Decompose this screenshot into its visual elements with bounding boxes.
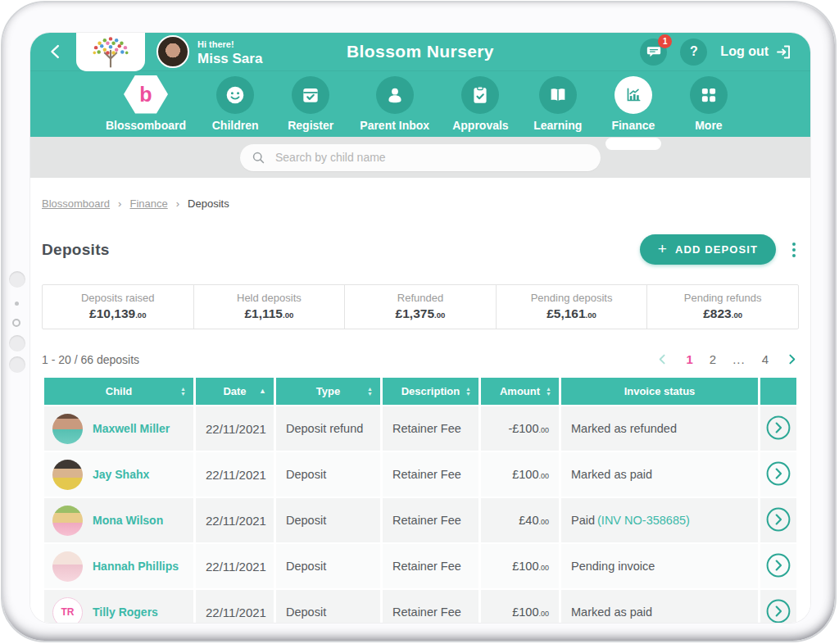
table-header-row: Child Date Type Description Amount Invoi…: [44, 378, 796, 405]
nav-item-children[interactable]: Children: [209, 76, 261, 132]
breadcrumb-current: Deposits: [188, 197, 229, 210]
deposit-description: Retainer Fee: [383, 544, 478, 588]
logout-label: Log out: [720, 44, 769, 59]
nav-item-register[interactable]: Register: [284, 76, 337, 132]
add-deposit-button[interactable]: + ADD DEPOSIT: [640, 234, 776, 265]
kebab-menu-icon[interactable]: [789, 239, 799, 261]
child-avatar: [52, 414, 83, 444]
nav-item-learning[interactable]: Learning: [532, 76, 584, 132]
exit-icon: [775, 43, 792, 61]
deposit-date: 22/11/2021: [196, 406, 274, 451]
tablet-camera-ring: [12, 319, 20, 327]
nav-label: Approvals: [452, 119, 508, 132]
table-row: Jay Shahx 22/11/2021 Deposit Retainer Fe…: [44, 452, 796, 497]
row-open-button[interactable]: [766, 507, 791, 532]
nav-label: More: [695, 119, 722, 132]
deposit-description: Retainer Fee: [383, 590, 478, 623]
chevron-right-circle-icon: [766, 553, 791, 578]
register-check-icon: [292, 76, 329, 114]
nav-label: Learning: [533, 119, 582, 132]
pagination-prev-button[interactable]: [655, 352, 669, 366]
row-open-button[interactable]: [766, 415, 791, 440]
search-strip: [30, 137, 810, 178]
child-avatar: [52, 506, 83, 536]
row-open-button[interactable]: [766, 553, 791, 578]
tablet-side-button: [9, 356, 25, 373]
deposit-date: 22/11/2021: [196, 452, 274, 497]
stat-deposits-raised: Deposits raised £10,139.00: [43, 285, 194, 329]
chevron-right-icon: [785, 352, 799, 366]
nursery-logo[interactable]: [76, 33, 145, 71]
column-header-description[interactable]: Description: [383, 378, 478, 405]
chevron-right-circle-icon: [766, 461, 791, 486]
nav-item-finance[interactable]: Finance: [607, 76, 660, 132]
pagination-page-2[interactable]: 2: [710, 352, 716, 366]
deposit-type: Deposit refund: [276, 406, 380, 451]
chevron-left-icon: [655, 352, 669, 366]
search-input[interactable]: [274, 150, 589, 165]
table-body: Maxwell Miller 22/11/2021 Deposit refund…: [44, 406, 796, 623]
tablet-frame: Hi there! Miss Sara Blossom Nursery 1 ? …: [1, 1, 837, 642]
open-book-icon: [539, 76, 577, 114]
breadcrumb-separator: ›: [176, 197, 179, 210]
page-title: Deposits: [42, 241, 110, 259]
main-nav: Blossomboard Children Register: [30, 71, 810, 137]
column-header-date[interactable]: Date: [196, 378, 274, 405]
table-row: Maxwell Miller 22/11/2021 Deposit refund…: [44, 406, 796, 451]
content-area: Blossomboard › Finance › Deposits Deposi…: [30, 197, 810, 623]
stat-held-deposits: Held deposits £1,115.00: [194, 285, 346, 329]
row-open-button[interactable]: [766, 599, 791, 624]
child-avatar: TR: [52, 597, 83, 624]
smiley-icon: [216, 76, 254, 114]
user-greeting-block: Hi there! Miss Sara: [197, 36, 262, 67]
pagination-row: 1 - 20 / 66 deposits 1 2 ... 4: [42, 352, 799, 366]
title-actions: + ADD DEPOSIT: [640, 234, 799, 265]
messages-button[interactable]: 1: [640, 39, 667, 66]
pagination-page-4[interactable]: 4: [762, 352, 769, 366]
child-name-link[interactable]: Maxwell Miller: [93, 422, 170, 435]
add-deposit-label: ADD DEPOSIT: [675, 243, 758, 256]
tablet-side-button: [9, 335, 25, 351]
nav-item-parent-inbox[interactable]: Parent Inbox: [360, 76, 429, 132]
breadcrumb-link-blossomboard[interactable]: Blossomboard: [42, 197, 110, 210]
question-mark-icon: ?: [690, 44, 698, 59]
deposit-amount: £100.00: [481, 590, 559, 623]
deposit-date: 22/11/2021: [196, 544, 274, 588]
row-open-button[interactable]: [766, 461, 791, 486]
child-name-link[interactable]: Hannah Phillips: [93, 560, 179, 573]
user-avatar[interactable]: [156, 35, 189, 68]
child-name-link[interactable]: Mona Wilson: [93, 514, 163, 527]
chevron-right-circle-icon: [766, 599, 791, 624]
deposit-type: Deposit: [276, 590, 380, 623]
child-avatar: [52, 460, 83, 490]
deposit-amount: £100.00: [481, 544, 559, 588]
invoice-link[interactable]: (INV NO-358685): [597, 514, 690, 527]
pagination: 1 2 ... 4: [655, 352, 799, 366]
blossom-tree-icon: [88, 34, 133, 70]
nav-item-approvals[interactable]: Approvals: [452, 76, 508, 132]
column-header-child[interactable]: Child: [44, 378, 193, 405]
logout-button[interactable]: Log out: [720, 43, 792, 61]
child-name-link[interactable]: Jay Shahx: [93, 468, 149, 481]
sort-icon: [546, 387, 551, 397]
magnifier-icon: [252, 151, 265, 165]
baby-icon: [376, 76, 414, 114]
plus-icon: +: [658, 241, 668, 256]
pagination-next-button[interactable]: [785, 352, 799, 366]
pagination-page-1[interactable]: 1: [686, 352, 692, 366]
help-button[interactable]: ?: [680, 39, 707, 66]
column-header-amount[interactable]: Amount: [481, 378, 559, 405]
grid-icon: [690, 76, 728, 114]
invoice-status-text: Marked as paid: [571, 468, 652, 481]
table-row: TR Tilly Rogers 22/11/2021 Deposit Retai…: [44, 590, 796, 623]
bar-chart-icon: [615, 76, 652, 114]
nav-item-blossomboard[interactable]: Blossomboard: [106, 77, 186, 132]
notification-badge: 1: [658, 34, 672, 48]
invoice-status: Pending invoice: [561, 544, 758, 588]
back-button[interactable]: [47, 43, 65, 61]
breadcrumb-link-finance[interactable]: Finance: [129, 197, 167, 210]
nav-item-more[interactable]: More: [683, 76, 735, 132]
child-name-link[interactable]: Tilly Rogers: [93, 605, 158, 619]
invoice-status: Paid(INV NO-358685): [561, 498, 758, 542]
column-header-type[interactable]: Type: [276, 378, 380, 405]
